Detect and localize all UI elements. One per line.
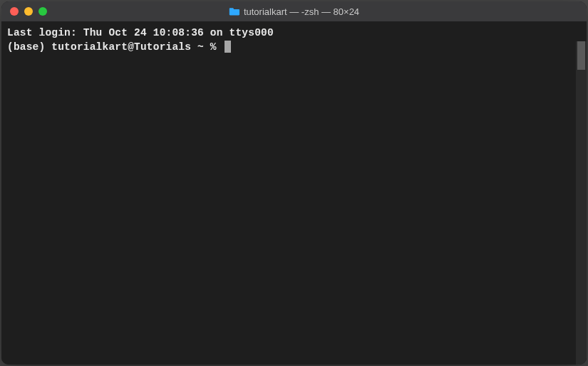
prompt-text: (base) tutorialkart@Tutorials ~ %: [7, 41, 223, 53]
window-title: tutorialkart — -zsh — 80×24: [244, 6, 359, 17]
terminal-body[interactable]: Last login: Thu Oct 24 10:08:36 on ttys0…: [1, 21, 587, 365]
cursor: [225, 41, 231, 53]
window-title-area: tutorialkart — -zsh — 80×24: [229, 6, 359, 17]
close-button[interactable]: [10, 7, 19, 16]
minimize-button[interactable]: [24, 7, 33, 16]
terminal-content-wrap: Last login: Thu Oct 24 10:08:36 on ttys0…: [1, 21, 587, 365]
maximize-button[interactable]: [38, 7, 47, 16]
prompt-line: (base) tutorialkart@Tutorials ~ %: [7, 40, 581, 54]
scrollbar-thumb[interactable]: [577, 41, 585, 70]
traffic-lights: [10, 7, 47, 16]
last-login-line: Last login: Thu Oct 24 10:08:36 on ttys0…: [7, 26, 581, 40]
terminal-window: tutorialkart — -zsh — 80×24 Last login: …: [1, 1, 587, 365]
scrollbar-track[interactable]: [576, 41, 587, 365]
window-titlebar[interactable]: tutorialkart — -zsh — 80×24: [1, 1, 587, 21]
folder-icon: [229, 7, 239, 16]
